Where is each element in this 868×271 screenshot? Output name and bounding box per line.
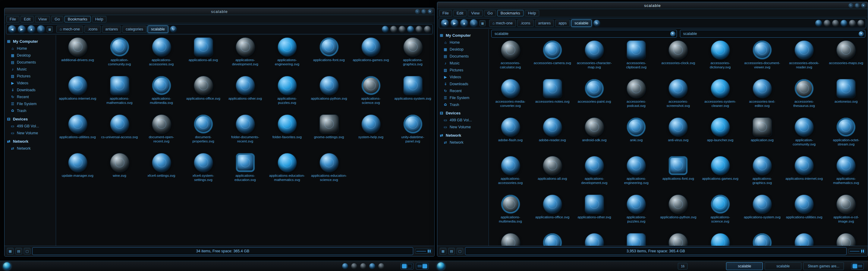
file-item[interactable]: applications-office.svg — [531, 195, 573, 233]
view-list-button[interactable]: ▤ — [16, 248, 22, 255]
back-button[interactable]: ◀ — [441, 19, 449, 27]
file-item[interactable] — [573, 233, 615, 246]
zoom-slider[interactable] — [848, 249, 865, 253]
sidebar-item[interactable]: ⇄ Network — [4, 138, 56, 145]
file-item[interactable]: applications-mathematics.svg — [825, 156, 867, 195]
menu-item[interactable]: Edit — [21, 16, 34, 22]
tray-icon[interactable] — [351, 263, 357, 269]
clock-widget[interactable] — [851, 263, 864, 270]
file-item[interactable]: document-properties.svg — [182, 115, 224, 153]
file-item[interactable]: cs-universal-access.svg — [98, 115, 141, 153]
sidebar-item[interactable]: ▤ Documents — [437, 53, 489, 60]
tray-icon[interactable] — [360, 263, 366, 269]
breadcrumb-item[interactable]: apps — [555, 20, 570, 27]
menu-item[interactable]: Help — [92, 16, 107, 22]
minimize-button[interactable]: – — [415, 9, 420, 14]
sidebar-item[interactable]: ⇓ Downloads — [437, 80, 489, 87]
file-item[interactable]: anti-virus.svg — [657, 118, 699, 156]
file-item[interactable]: accessories-podcast.svg — [615, 79, 657, 118]
toolbar-icon[interactable] — [841, 20, 847, 27]
file-item[interactable] — [741, 233, 783, 246]
file-item[interactable]: applications-all.svg — [531, 156, 573, 195]
file-item[interactable]: applications-mathematics.svg — [98, 76, 141, 115]
file-item[interactable]: applications-puzzles.svg — [266, 76, 308, 115]
file-item[interactable]: applications-science.svg — [699, 195, 741, 233]
file-item[interactable]: applications-graphics.svg — [392, 38, 434, 76]
breadcrumb-item[interactable]: scalable — [148, 26, 168, 33]
breadcrumb-item[interactable]: antares — [535, 20, 554, 27]
taskbar-window-button[interactable]: Steam games are... — [803, 262, 844, 270]
file-item[interactable] — [490, 233, 531, 246]
toolbar-icon[interactable] — [424, 26, 431, 33]
refresh-button[interactable]: ↻ — [593, 20, 600, 27]
workspace-pager[interactable] — [401, 263, 413, 270]
filter-input-right[interactable] — [680, 32, 859, 36]
maximize-button[interactable]: □ — [421, 9, 426, 14]
toolbar-icon[interactable] — [390, 26, 397, 33]
sidebar-item[interactable]: ▶ Videos — [4, 79, 56, 87]
sidebar-item[interactable]: ⇄ Network — [437, 139, 489, 146]
zoom-slider[interactable] — [415, 249, 432, 253]
menu-item[interactable]: View — [35, 16, 50, 22]
sidebar-item[interactable]: ▦ Desktop — [4, 52, 56, 59]
sidebar-item[interactable]: ♻ Trash — [437, 101, 489, 108]
file-item[interactable]: application-community.svg — [98, 38, 141, 76]
file-item[interactable]: applications-development.svg — [224, 38, 266, 76]
sidebar-item[interactable]: ⇄ Network — [437, 132, 489, 139]
file-item[interactable]: applications-accessories.svg — [141, 38, 182, 76]
menu-item[interactable]: File — [6, 16, 19, 22]
file-item[interactable]: applications-puzzles.svg — [615, 195, 657, 233]
file-item[interactable]: folder-favorites.svg — [266, 115, 308, 153]
file-item[interactable]: applications-font.svg — [308, 38, 350, 76]
file-item[interactable]: accessories-media-converter.svg — [490, 79, 531, 118]
forward-button[interactable]: ▶ — [18, 25, 26, 33]
sidebar-item[interactable]: ▭ New Volume — [437, 124, 489, 130]
sidebar-item[interactable]: ♻ Trash — [4, 107, 56, 114]
new-tab-button[interactable]: ▦ — [479, 20, 486, 26]
sidebar-item[interactable]: ↻ Recent — [437, 87, 489, 94]
file-item[interactable]: applications-utilities.svg — [783, 195, 825, 233]
file-item[interactable]: anki.svg — [615, 118, 657, 156]
file-item[interactable]: applications-system.svg — [741, 195, 783, 233]
sidebar-item[interactable]: ☰ File System — [4, 100, 56, 107]
file-item[interactable]: xfce4-settings.svg — [141, 153, 182, 192]
file-item[interactable]: applications-science.svg — [350, 76, 392, 115]
file-item[interactable]: applications-all.svg — [182, 38, 224, 76]
file-item[interactable]: accessories-screenshot.svg — [657, 79, 699, 118]
sidebar-item[interactable]: ⇓ Downloads — [4, 87, 56, 93]
file-item[interactable] — [699, 233, 741, 246]
file-item[interactable]: android-sdk.svg — [573, 118, 615, 156]
clear-filter-icon[interactable]: ✕ — [859, 31, 864, 36]
up-button[interactable]: ▲ — [460, 19, 468, 27]
file-item[interactable]: applications-multimedia.svg — [490, 195, 531, 233]
file-item[interactable]: application-community.svg — [783, 118, 825, 156]
breadcrumb-item[interactable]: scalable — [571, 20, 592, 27]
tray-icon[interactable] — [378, 263, 384, 269]
file-item[interactable]: applications-games.svg — [699, 156, 741, 195]
toolbar-icon[interactable] — [815, 20, 822, 27]
breadcrumb-item[interactable]: .icons — [84, 26, 101, 33]
file-item[interactable]: xfce4-system-settings.svg — [182, 153, 224, 192]
sidebar-item[interactable]: ⊟ Devices — [437, 110, 489, 116]
file-item[interactable]: applications-other.svg — [573, 195, 615, 233]
file-item[interactable]: applications-education.svg — [224, 153, 266, 192]
file-item[interactable]: accessories-notes.svg — [531, 79, 573, 118]
sidebar-item[interactable]: ♪ Music — [4, 66, 56, 73]
view-icons-button[interactable]: ▦ — [7, 248, 13, 255]
file-item[interactable]: applications-office.svg — [182, 76, 224, 115]
breadcrumb-item[interactable]: ⌂ mech-one — [489, 20, 516, 27]
file-item[interactable]: applications-graphics.svg — [741, 156, 783, 195]
home-button[interactable]: ⌂ — [37, 25, 45, 33]
breadcrumb-item[interactable]: categories — [122, 26, 147, 33]
toolbar-icon[interactable] — [382, 26, 389, 33]
home-button[interactable]: ⌂ — [470, 19, 478, 27]
refresh-button[interactable]: ↻ — [170, 26, 177, 33]
menu-item[interactable]: Go — [484, 10, 496, 16]
file-item[interactable]: applications-education-science.svg — [308, 153, 350, 192]
keyboard-layout-badge[interactable]: 16 — [678, 263, 687, 270]
file-item[interactable]: acetoneiso.svg — [825, 79, 867, 118]
view-icons-button[interactable]: ▦ — [440, 248, 446, 255]
menu-item[interactable]: Bookmarks — [64, 16, 91, 22]
file-item[interactable]: app-launcher.svg — [699, 118, 741, 156]
sidebar-item[interactable]: ▨ Pictures — [437, 67, 489, 73]
